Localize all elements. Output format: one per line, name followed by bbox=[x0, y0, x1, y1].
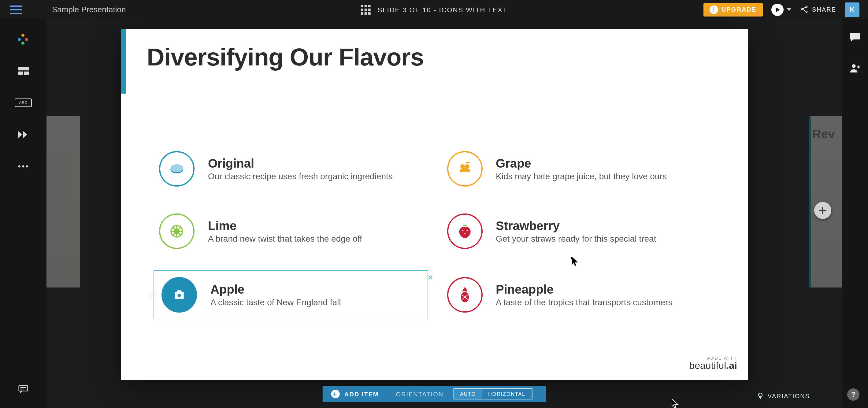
more-tool[interactable] bbox=[12, 158, 34, 174]
person-add-icon bbox=[850, 63, 861, 73]
svg-point-19 bbox=[852, 64, 856, 68]
list-item[interactable]: Pineapple A taste of the tropics that tr… bbox=[447, 276, 710, 314]
item-icon-ring[interactable] bbox=[447, 151, 482, 187]
share-button[interactable]: SHARE bbox=[800, 5, 836, 14]
variations-button[interactable]: VARIATIONS bbox=[757, 392, 810, 400]
grape-icon bbox=[456, 160, 474, 178]
theme-tool[interactable] bbox=[12, 31, 34, 47]
orientation-label: ORIENTATION bbox=[396, 390, 443, 397]
svg-point-44 bbox=[758, 393, 762, 397]
upgrade-label: UPGRADE bbox=[721, 6, 756, 13]
svg-rect-0 bbox=[10, 5, 22, 6]
comments-button[interactable] bbox=[850, 32, 861, 45]
svg-rect-9 bbox=[18, 71, 23, 75]
speaker-notes-button[interactable] bbox=[12, 381, 34, 397]
upgrade-button[interactable]: ! UPGRADE bbox=[703, 3, 763, 16]
hamburger-icon bbox=[10, 5, 22, 14]
comment-icon bbox=[850, 32, 861, 42]
svg-point-3 bbox=[806, 6, 807, 7]
svg-point-30 bbox=[466, 169, 470, 172]
notes-icon bbox=[18, 385, 28, 393]
strawberry-icon bbox=[456, 222, 474, 241]
lemon-icon bbox=[167, 160, 186, 178]
item-title[interactable]: Pineapple bbox=[496, 283, 672, 296]
share-label: SHARE bbox=[812, 6, 836, 13]
svg-point-39 bbox=[464, 233, 465, 234]
list-item[interactable]: Lime A brand new twist that takes the ed… bbox=[159, 214, 423, 249]
svg-point-28 bbox=[462, 167, 467, 172]
item-icon-ring[interactable] bbox=[447, 214, 482, 249]
svg-marker-12 bbox=[23, 131, 27, 138]
slide-canvas[interactable]: Diversifying Our Flavors Original Our cl… bbox=[121, 29, 748, 380]
user-avatar[interactable]: K bbox=[845, 2, 860, 17]
item-title[interactable]: Apple bbox=[210, 283, 341, 296]
item-icon-placeholder[interactable] bbox=[161, 277, 197, 313]
item-subtitle[interactable]: A classic taste of New England fall bbox=[210, 297, 341, 307]
slide-grid-icon[interactable] bbox=[361, 5, 370, 14]
watermark-brand-b: .ai bbox=[726, 360, 737, 371]
list-item-selected[interactable]: ⋮⋮ ✕ Apple A classic taste of New Englan… bbox=[159, 276, 423, 314]
plus-icon bbox=[818, 206, 827, 215]
list-item[interactable]: Grape Kids may hate grape juice, but the… bbox=[447, 151, 710, 187]
list-item[interactable]: Strawberry Get your straws ready for thi… bbox=[447, 214, 710, 249]
list-item[interactable]: Original Our classic recipe uses fresh o… bbox=[159, 151, 423, 187]
item-subtitle[interactable]: Our classic recipe uses fresh organic in… bbox=[208, 171, 393, 181]
fast-forward-icon bbox=[18, 130, 29, 139]
svg-rect-2 bbox=[10, 12, 22, 14]
svg-point-40 bbox=[177, 293, 182, 298]
next-slide-preview[interactable]: Rev bbox=[809, 116, 842, 287]
slide-toolbar: + ADD ITEM ORIENTATION AUTO HORIZONTAL bbox=[322, 386, 546, 402]
slide-indicator-text: SLIDE 3 OF 10 - ICONS WITH TEXT bbox=[378, 6, 508, 13]
slide-title[interactable]: Diversifying Our Flavors bbox=[147, 43, 424, 71]
drag-handle-icon[interactable]: ⋮⋮ bbox=[147, 291, 159, 298]
top-bar: Sample Presentation SLIDE 3 OF 10 - ICON… bbox=[0, 0, 868, 19]
item-icon-ring[interactable] bbox=[159, 214, 194, 249]
add-collaborator-button[interactable] bbox=[850, 63, 861, 75]
item-title[interactable]: Strawberry bbox=[496, 219, 656, 232]
item-icon-ring[interactable] bbox=[447, 277, 482, 313]
item-subtitle[interactable]: A taste of the tropics that transports c… bbox=[496, 297, 672, 307]
prev-slide-preview[interactable] bbox=[46, 116, 80, 287]
abc-icon: ABC bbox=[15, 98, 32, 107]
item-title[interactable]: Lime bbox=[208, 219, 362, 232]
add-slide-button[interactable] bbox=[814, 202, 831, 219]
icon-text-grid: Original Our classic recipe uses fresh o… bbox=[159, 151, 710, 314]
svg-point-14 bbox=[22, 165, 24, 167]
item-title[interactable]: Original bbox=[208, 157, 393, 170]
add-item-button[interactable]: + ADD ITEM bbox=[322, 386, 388, 402]
remove-item-button[interactable]: ✕ bbox=[427, 274, 433, 282]
watermark: MADE WITH beautiful.ai bbox=[689, 356, 737, 371]
svg-rect-8 bbox=[18, 67, 29, 70]
theme-dots-icon bbox=[18, 34, 29, 45]
orientation-group: ORIENTATION AUTO HORIZONTAL bbox=[387, 386, 546, 402]
svg-rect-10 bbox=[24, 71, 29, 75]
item-subtitle[interactable]: Get your straws ready for this special t… bbox=[496, 234, 656, 244]
present-button[interactable] bbox=[771, 3, 791, 15]
animate-tool[interactable] bbox=[12, 127, 34, 143]
watermark-brand-a: beautiful bbox=[689, 360, 726, 371]
variations-label: VARIATIONS bbox=[768, 393, 810, 399]
orientation-auto-button[interactable]: AUTO bbox=[454, 389, 482, 399]
item-title[interactable]: Grape bbox=[496, 157, 667, 170]
svg-point-15 bbox=[26, 165, 28, 167]
next-slide-title-frag: Rev bbox=[812, 127, 835, 141]
item-icon-ring[interactable] bbox=[159, 151, 194, 187]
layout-icon bbox=[18, 67, 29, 75]
help-button[interactable]: ? bbox=[847, 388, 860, 401]
share-icon bbox=[800, 5, 808, 14]
svg-rect-16 bbox=[19, 386, 28, 391]
item-subtitle[interactable]: A brand new twist that takes the edge of… bbox=[208, 234, 362, 244]
layout-tool[interactable] bbox=[12, 63, 34, 79]
right-sidebar bbox=[842, 19, 868, 408]
svg-line-7 bbox=[803, 9, 805, 11]
svg-point-4 bbox=[801, 8, 803, 10]
play-icon bbox=[771, 3, 783, 15]
item-subtitle[interactable]: Kids may hate grape juice, but they love… bbox=[496, 171, 667, 181]
menu-button[interactable] bbox=[0, 5, 52, 14]
more-horizontal-icon bbox=[18, 162, 29, 171]
orientation-horizontal-button[interactable]: HORIZONTAL bbox=[482, 389, 532, 399]
slide-indicator-group[interactable]: SLIDE 3 OF 10 - ICONS WITH TEXT bbox=[361, 5, 508, 14]
text-tool[interactable]: ABC bbox=[12, 95, 34, 111]
document-title[interactable]: Sample Presentation bbox=[52, 5, 126, 14]
svg-point-5 bbox=[806, 11, 807, 12]
